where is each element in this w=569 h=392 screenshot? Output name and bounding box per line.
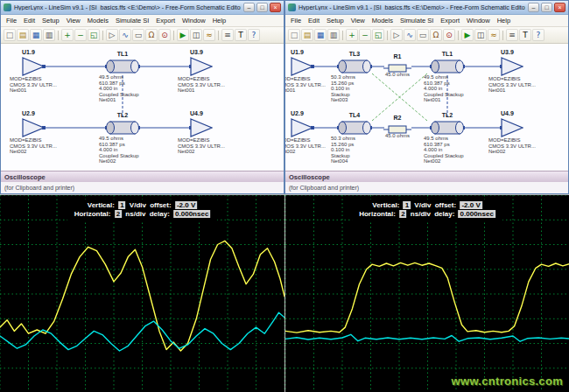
horizontal-value: 2 xyxy=(399,210,406,218)
component-properties: MOD=EZIBISCMOS 3.3V ULTR...Net002 xyxy=(488,137,536,155)
stackup-editor-icon[interactable]: ≡ xyxy=(506,29,518,41)
titlebar[interactable]: HyperLynx - LineSim v9.1 - [SI_basics.ff… xyxy=(285,1,568,15)
component-r1[interactable]: R145.0 ohms xyxy=(383,61,411,72)
add-probe-icon[interactable]: ⊙ xyxy=(158,29,171,41)
menu-simulate-si[interactable]: Simulate SI xyxy=(397,17,437,24)
component-u4-9[interactable]: U4.9MOD=EZIBISCMOS 3.3V ULTR...Net002 xyxy=(190,118,213,137)
menu-view[interactable]: View xyxy=(348,17,369,24)
component-u1-9[interactable]: U1.9MOD=EZIBISCMOS 3.3V ULTR...Net001 xyxy=(291,57,313,76)
add-transmission-line-icon[interactable]: ▭ xyxy=(417,29,429,41)
offset-label: offset: xyxy=(435,201,456,209)
vertical-unit: V/div xyxy=(414,201,431,209)
stackup-editor-icon[interactable]: ≡ xyxy=(221,29,234,41)
text-tool-icon[interactable]: T xyxy=(235,29,247,41)
menu-simulate-si[interactable]: Simulate SI xyxy=(112,17,152,24)
help-icon[interactable]: ? xyxy=(532,29,544,41)
oscilloscope-panel-caption[interactable]: Oscilloscope xyxy=(285,171,568,182)
open-file-icon[interactable]: ▤ xyxy=(17,29,29,41)
close-button[interactable]: × xyxy=(554,3,565,12)
component-tl4[interactable]: TL450.3 ohms15.260 ps0.100 inStackupNet0… xyxy=(338,120,371,136)
run-simulation-icon[interactable]: ▶ xyxy=(461,29,474,41)
add-resistor-icon[interactable]: Ω xyxy=(145,29,158,41)
maximize-button[interactable]: □ xyxy=(256,3,268,12)
oscilloscope-panel-caption[interactable]: Oscilloscope xyxy=(1,171,284,182)
minimize-button[interactable]: – xyxy=(243,3,255,12)
save-file-icon[interactable]: ▦ xyxy=(30,29,42,41)
menu-models[interactable]: Models xyxy=(369,17,397,24)
add-transmission-line-icon[interactable]: ▭ xyxy=(132,29,144,41)
menu-setup[interactable]: Setup xyxy=(323,17,348,24)
open-oscilloscope-icon[interactable]: ◫ xyxy=(474,29,487,41)
horizontal-value: 2 xyxy=(115,210,122,218)
draw-wire-icon[interactable]: ∿ xyxy=(404,29,416,41)
text-tool-icon[interactable]: T xyxy=(519,29,531,41)
component-u2-9[interactable]: U2.9MOD=EZIBISCMOS 3.3V ULTR...Net002 xyxy=(22,118,45,137)
zoom-out-icon[interactable]: − xyxy=(359,29,371,41)
maximize-button[interactable]: □ xyxy=(541,3,552,12)
horizontal-label: Horizontal: xyxy=(74,210,111,218)
print-icon[interactable]: ▥ xyxy=(43,29,55,41)
spectrum-tool-icon[interactable]: ≈ xyxy=(203,29,215,41)
delay-label: delay: xyxy=(434,210,454,218)
component-r2[interactable]: R245.0 ohms xyxy=(383,122,411,133)
open-file-icon[interactable]: ▤ xyxy=(301,29,313,41)
horizontal-settings: Horizontal: 2 ns/div delay: 0.000nsec xyxy=(74,210,212,219)
zoom-in-icon[interactable]: + xyxy=(346,29,358,41)
menu-export[interactable]: Export xyxy=(437,17,463,24)
add-resistor-icon[interactable]: Ω xyxy=(430,29,442,41)
component-tl2[interactable]: TL249.5 ohms610.387 ps4.000 inCoupled St… xyxy=(106,120,139,136)
draw-wire-icon[interactable]: ∿ xyxy=(119,29,131,41)
component-ref-label: U4.9 xyxy=(190,110,203,116)
component-tl3[interactable]: TL350.3 ohms15.260 ps0.100 inStackupNet0… xyxy=(338,59,371,74)
add-probe-icon[interactable]: ⊙ xyxy=(443,29,455,41)
menu-file[interactable]: File xyxy=(287,17,305,24)
watermark-cntronics: www.cntronics.com xyxy=(452,374,563,388)
schematic-canvas[interactable]: U1.9MOD=EZIBISCMOS 3.3V ULTR...Net001TL3… xyxy=(285,44,568,171)
open-oscilloscope-icon[interactable]: ◫ xyxy=(190,29,202,41)
component-u1-9[interactable]: U1.9MOD=EZIBISCMOS 3.3V ULTR...Net001 xyxy=(22,57,45,76)
save-file-icon[interactable]: ▦ xyxy=(314,29,327,41)
zoom-to-fit-icon[interactable]: ◱ xyxy=(88,29,100,41)
component-u3-9[interactable]: U3.9MOD=EZIBISCMOS 3.3V ULTR...Net001 xyxy=(501,57,523,76)
oscilloscope-display-left: Vertical: 1 V/div offset: -2.0 V Horizon… xyxy=(0,194,284,392)
menu-edit[interactable]: Edit xyxy=(305,17,323,24)
window-title: HyperLynx - LineSim v9.1 - [SI_basics.ff… xyxy=(14,4,241,10)
schematic-canvas[interactable]: U1.9MOD=EZIBISCMOS 3.3V ULTR...Net001TL1… xyxy=(1,44,284,171)
oscilloscope-panel-title: Oscilloscope xyxy=(4,173,46,181)
menu-setup[interactable]: Setup xyxy=(39,17,63,24)
menu-window[interactable]: Window xyxy=(179,17,209,24)
minimize-button[interactable]: – xyxy=(528,3,539,12)
component-tl2[interactable]: TL249.5 ohms610.387 ps4.000 inCoupled St… xyxy=(431,120,464,136)
menu-edit[interactable]: Edit xyxy=(20,17,39,24)
menu-window[interactable]: Window xyxy=(463,17,494,24)
close-button[interactable]: × xyxy=(270,3,281,12)
component-u4-9[interactable]: U4.9MOD=EZIBISCMOS 3.3V ULTR...Net002 xyxy=(501,118,523,137)
new-file-icon[interactable]: □ xyxy=(288,29,300,41)
component-tl1[interactable]: TL149.5 ohms610.387 ps4.000 inCoupled St… xyxy=(431,59,464,74)
menu-models[interactable]: Models xyxy=(84,17,112,24)
print-icon[interactable]: ▥ xyxy=(327,29,340,41)
new-file-icon[interactable]: □ xyxy=(4,29,16,41)
horizontal-label: Horizontal: xyxy=(359,210,396,218)
component-tl1[interactable]: TL149.5 ohms610.387 ps4.000 inCoupled St… xyxy=(106,59,139,74)
menu-help[interactable]: Help xyxy=(209,17,229,24)
menu-export[interactable]: Export xyxy=(152,17,179,24)
select-tool-icon[interactable]: ▷ xyxy=(106,29,118,41)
spectrum-tool-icon[interactable]: ≈ xyxy=(488,29,500,41)
menu-file[interactable]: File xyxy=(3,17,20,24)
run-simulation-icon[interactable]: ▶ xyxy=(177,29,189,41)
menu-help[interactable]: Help xyxy=(494,17,514,24)
component-u3-9[interactable]: U3.9MOD=EZIBISCMOS 3.3V ULTR...Net001 xyxy=(190,57,213,76)
zoom-in-icon[interactable]: + xyxy=(61,29,74,41)
help-icon[interactable]: ? xyxy=(248,29,260,41)
toolbar-separator xyxy=(502,31,503,40)
menu-view[interactable]: View xyxy=(63,17,84,24)
titlebar[interactable]: HyperLynx - LineSim v9.1 - [SI_basics.ff… xyxy=(1,1,284,15)
zoom-out-icon[interactable]: − xyxy=(74,29,87,41)
select-tool-icon[interactable]: ▷ xyxy=(390,29,403,41)
oscilloscope-panel-title: Oscilloscope xyxy=(289,173,330,181)
vertical-label: Vertical: xyxy=(88,201,115,209)
horizontal-settings: Horizontal: 2 ns/div delay: 0.000nsec xyxy=(358,210,496,219)
zoom-to-fit-icon[interactable]: ◱ xyxy=(372,29,384,41)
component-u2-9[interactable]: U2.9MOD=EZIBISCMOS 3.3V ULTR...Net002 xyxy=(291,118,313,137)
